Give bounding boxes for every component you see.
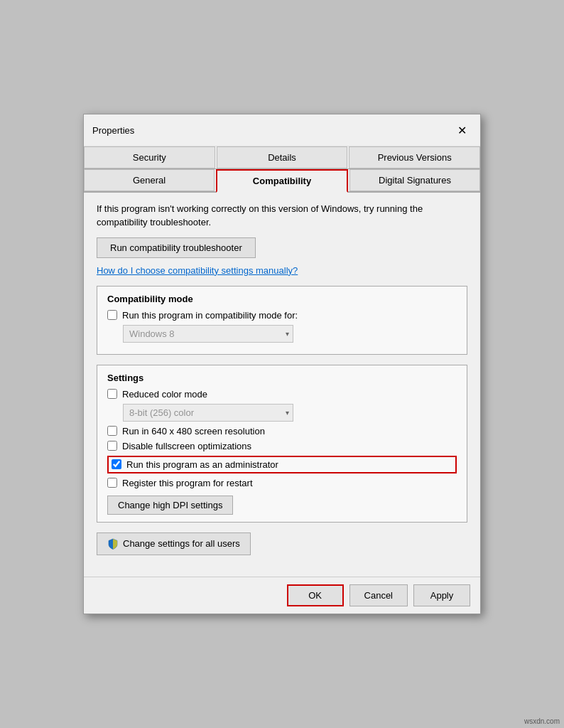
- compat-mode-checkbox-row: Run this program in compatibility mode f…: [107, 310, 457, 321]
- disable-fullscreen-label: Disable fullscreen optimizations: [122, 441, 251, 451]
- tab-previous-versions[interactable]: Previous Versions: [349, 146, 480, 168]
- color-dropdown-wrapper: 8-bit (256) color ▾: [123, 404, 293, 422]
- watermark: wsxdn.com: [524, 717, 560, 725]
- change-all-users-label: Change settings for all users: [123, 538, 240, 549]
- change-dpi-button[interactable]: Change high DPI settings: [107, 496, 233, 515]
- disable-fullscreen-checkbox[interactable]: [107, 441, 117, 451]
- run-as-admin-label: Run this program as an administrator: [126, 459, 278, 470]
- register-restart-checkbox[interactable]: [107, 478, 117, 488]
- reduced-color-row: Reduced color mode: [107, 389, 457, 400]
- compat-mode-checkbox[interactable]: [107, 310, 117, 320]
- reduced-color-checkbox[interactable]: [107, 389, 117, 399]
- run-as-admin-row: Run this program as an administrator: [107, 456, 457, 473]
- content-area: If this program isn't working correctly …: [84, 193, 480, 576]
- register-restart-row: Register this program for restart: [107, 478, 457, 488]
- 640x480-row: Run in 640 x 480 screen resolution: [107, 426, 457, 437]
- 640x480-checkbox[interactable]: [107, 426, 117, 436]
- title-bar: Properties ✕: [84, 114, 480, 146]
- compat-mode-title: Compatibility mode: [107, 294, 457, 304]
- tab-details[interactable]: Details: [217, 146, 348, 168]
- 640x480-label: Run in 640 x 480 screen resolution: [122, 426, 265, 437]
- close-button[interactable]: ✕: [452, 120, 472, 140]
- dialog-title: Properties: [92, 125, 134, 136]
- shield-uac-icon: [107, 538, 119, 550]
- compatibility-mode-section: Compatibility mode Run this program in c…: [97, 286, 467, 355]
- tab-digital-signatures[interactable]: Digital Signatures: [349, 169, 480, 191]
- settings-title: Settings: [107, 373, 457, 383]
- reduced-color-label: Reduced color mode: [122, 389, 207, 400]
- tab-compatibility[interactable]: Compatibility: [216, 169, 348, 193]
- tabs-wrapper: Security Details Previous Versions Gener…: [84, 146, 480, 193]
- compat-dropdown-wrapper: Windows 8 Windows 7 Windows Vista (SP2) …: [123, 325, 293, 343]
- color-dropdown[interactable]: 8-bit (256) color: [123, 404, 293, 422]
- compat-mode-label: Run this program in compatibility mode f…: [122, 310, 298, 321]
- apply-button[interactable]: Apply: [413, 584, 470, 606]
- settings-section: Settings Reduced color mode 8-bit (256) …: [97, 365, 467, 523]
- compat-mode-dropdown[interactable]: Windows 8 Windows 7 Windows Vista (SP2) …: [123, 325, 293, 343]
- properties-dialog: Properties ✕ Security Details Previous V…: [83, 114, 481, 614]
- run-as-admin-checkbox[interactable]: [112, 459, 121, 469]
- tabs-row2: General Compatibility Digital Signatures: [84, 169, 480, 193]
- ok-button[interactable]: OK: [287, 584, 344, 606]
- tabs-row1: Security Details Previous Versions: [84, 146, 480, 169]
- tab-security[interactable]: Security: [84, 146, 215, 168]
- footer-buttons: OK Cancel Apply: [84, 577, 480, 614]
- run-troubleshooter-button[interactable]: Run compatibility troubleshooter: [97, 237, 256, 258]
- change-all-users-button[interactable]: Change settings for all users: [97, 532, 251, 555]
- tab-general[interactable]: General: [84, 169, 215, 191]
- register-restart-label: Register this program for restart: [122, 478, 253, 488]
- description-text: If this program isn't working correctly …: [97, 203, 467, 228]
- manual-settings-link[interactable]: How do I choose compatibility settings m…: [97, 265, 467, 276]
- disable-fullscreen-row: Disable fullscreen optimizations: [107, 441, 457, 451]
- cancel-button[interactable]: Cancel: [349, 584, 408, 606]
